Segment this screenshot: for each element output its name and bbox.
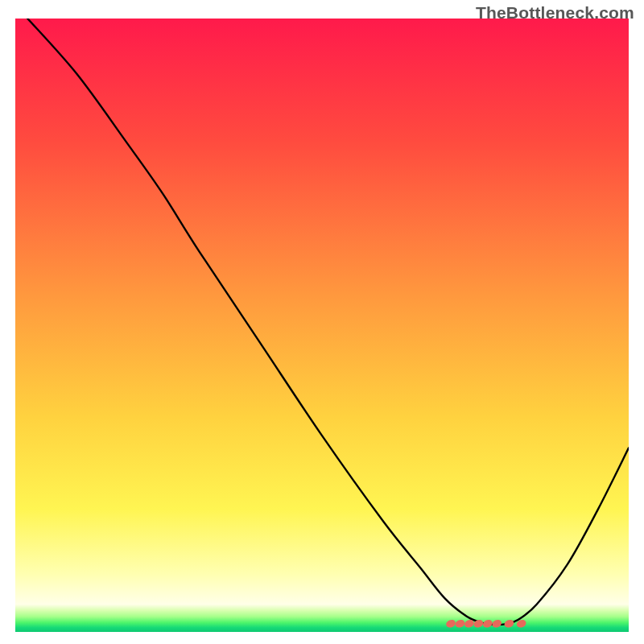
- plot-svg: [15, 19, 629, 632]
- plot-area: [15, 19, 629, 632]
- gradient-background: [15, 19, 629, 632]
- chart-stage: TheBottleneck.com: [0, 0, 644, 644]
